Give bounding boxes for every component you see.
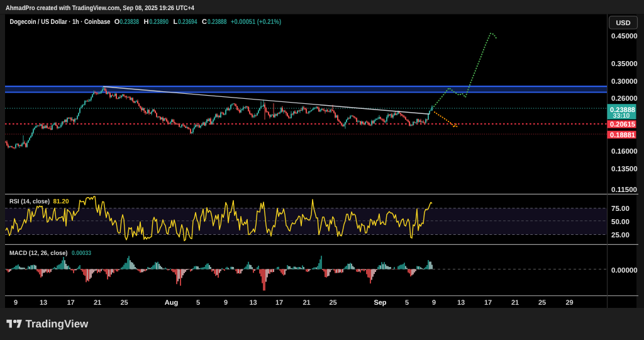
svg-text:0.23838: 0.23838 [120,18,140,26]
svg-text:25: 25 [329,299,336,307]
svg-text:L: L [174,18,178,26]
svg-text:TradingView: TradingView [26,318,89,330]
svg-text:0.00033: 0.00033 [72,250,91,257]
svg-text:0.13500: 0.13500 [611,166,638,173]
svg-text:MACD (12, 26, close): MACD (12, 26, close) [9,250,68,257]
svg-text:0.35000: 0.35000 [611,60,638,68]
svg-text:0.20615: 0.20615 [610,121,635,128]
svg-text:17: 17 [67,299,74,307]
svg-text:25.00: 25.00 [611,232,630,239]
svg-text:0.00000: 0.00000 [611,267,638,275]
svg-text:0.23694: 0.23694 [178,18,197,26]
svg-text:0.18881: 0.18881 [610,132,635,139]
svg-text:RSI (14, close): RSI (14, close) [9,198,50,205]
svg-text:81.20: 81.20 [53,198,69,205]
svg-text:O: O [114,18,120,26]
svg-text:Sep: Sep [374,299,386,307]
svg-text:USD: USD [616,20,630,27]
svg-text:H: H [144,18,149,26]
svg-text:17: 17 [275,299,283,307]
svg-text:50.00: 50.00 [611,218,630,226]
svg-text:Dogecoin / US Dollar · 1h · Co: Dogecoin / US Dollar · 1h · Coinbase [10,18,111,26]
svg-text:Aug: Aug [165,299,178,307]
svg-text:21: 21 [303,299,310,307]
svg-text:+0.00051 (+0.21%): +0.00051 (+0.21%) [231,18,281,26]
svg-text:13: 13 [40,299,47,307]
svg-text:9: 9 [224,299,228,307]
svg-text:AhmadPro created with TradingV: AhmadPro created with TradingView.com, S… [6,4,194,12]
svg-text:21: 21 [94,299,101,307]
svg-text:21: 21 [511,299,519,307]
svg-text:17: 17 [484,299,492,307]
svg-text:13: 13 [249,299,257,307]
svg-text:29: 29 [565,299,573,307]
svg-text:0.30000: 0.30000 [611,78,638,86]
svg-text:75.00: 75.00 [611,205,630,213]
svg-text:0.26000: 0.26000 [611,95,638,103]
svg-text:5: 5 [405,299,409,307]
svg-text:25: 25 [120,299,128,307]
svg-text:9: 9 [14,299,18,307]
svg-text:0.16000: 0.16000 [611,148,638,156]
svg-text:13: 13 [457,299,465,307]
svg-text:5: 5 [196,299,200,307]
svg-text:33:10: 33:10 [613,112,630,120]
svg-text:9: 9 [432,299,436,307]
svg-text:0.23888: 0.23888 [208,18,227,26]
svg-text:0.23890: 0.23890 [150,18,169,26]
svg-text:0.11500: 0.11500 [611,186,637,194]
svg-text:C: C [202,18,207,26]
svg-text:0.45000: 0.45000 [611,33,638,40]
svg-text:25: 25 [538,299,546,307]
